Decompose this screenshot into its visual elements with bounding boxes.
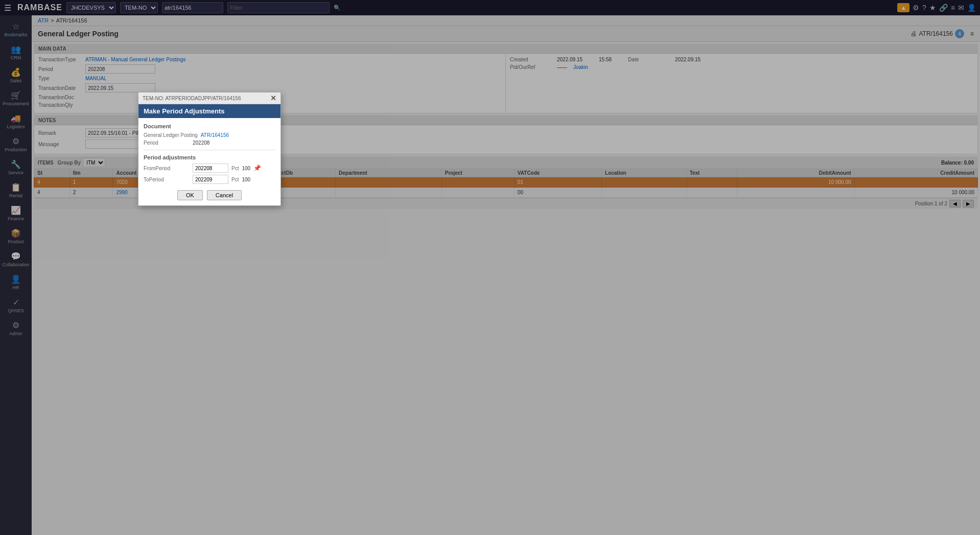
modal-gl-label: General Ledger Posting	[144, 132, 198, 138]
modal-gl-posting-field: General Ledger Posting ATR/164156	[144, 132, 275, 138]
modal-ok-button[interactable]: OK	[177, 190, 203, 200]
modal-overlay: TEM-NO: ATRPERIODADJPP/ATR/164156 ✕ Make…	[0, 0, 980, 535]
modal-body: Document General Ledger Posting ATR/1641…	[138, 118, 281, 205]
modal-buttons: OK Cancel	[144, 190, 275, 200]
pin-icon[interactable]: 📌	[253, 165, 261, 172]
modal-period-value: 202208	[193, 140, 209, 146]
to-pct-label: Pct	[231, 177, 239, 182]
modal-title-bar: TEM-NO: ATRPERIODADJPP/ATR/164156 ✕	[138, 92, 281, 104]
modal-title-text: TEM-NO: ATRPERIODADJPP/ATR/164156	[143, 96, 241, 101]
modal-heading: Make Period Adjustments	[138, 104, 281, 118]
modal-adjustments-label: Period adjustments	[144, 154, 275, 160]
modal-period-field: Period 202208	[144, 140, 275, 146]
from-pct-value: 100	[242, 166, 250, 171]
modal-from-period-field: FromPeriod Pct 100 📌	[144, 164, 275, 173]
modal-gl-value: ATR/164156	[201, 132, 229, 138]
modal-from-period-label: FromPeriod	[144, 166, 190, 171]
modal-document-section: Document	[144, 123, 275, 129]
to-pct-value: 100	[242, 177, 250, 182]
from-pct-label: Pct	[231, 166, 239, 171]
modal-divider	[144, 150, 275, 150]
to-period-input[interactable]	[193, 175, 228, 184]
from-period-input[interactable]	[193, 164, 228, 173]
modal-period-label: Period	[144, 140, 190, 146]
period-adjustment-modal: TEM-NO: ATRPERIODADJPP/ATR/164156 ✕ Make…	[138, 92, 281, 206]
modal-close-button[interactable]: ✕	[270, 95, 276, 102]
modal-to-period-field: ToPeriod Pct 100	[144, 175, 275, 184]
modal-to-period-label: ToPeriod	[144, 177, 190, 182]
modal-cancel-button[interactable]: Cancel	[207, 190, 242, 200]
